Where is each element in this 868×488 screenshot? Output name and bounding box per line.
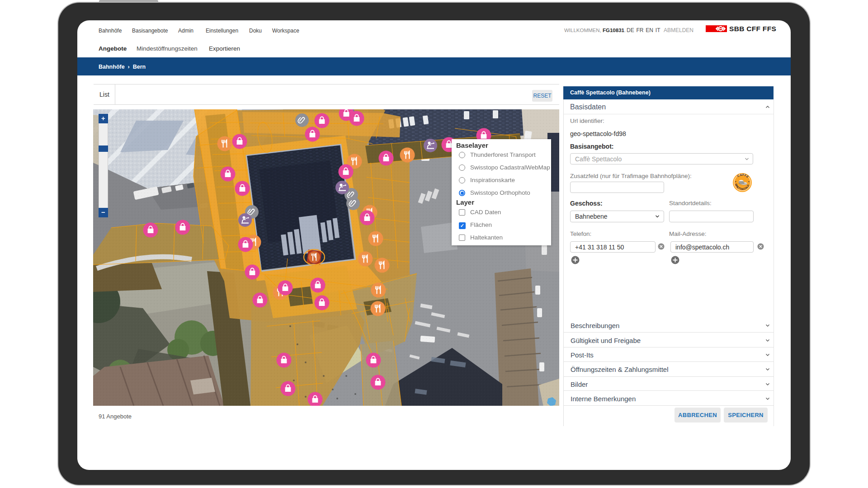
svg-text:SBB CFF FFS: SBB CFF FFS (729, 25, 776, 33)
